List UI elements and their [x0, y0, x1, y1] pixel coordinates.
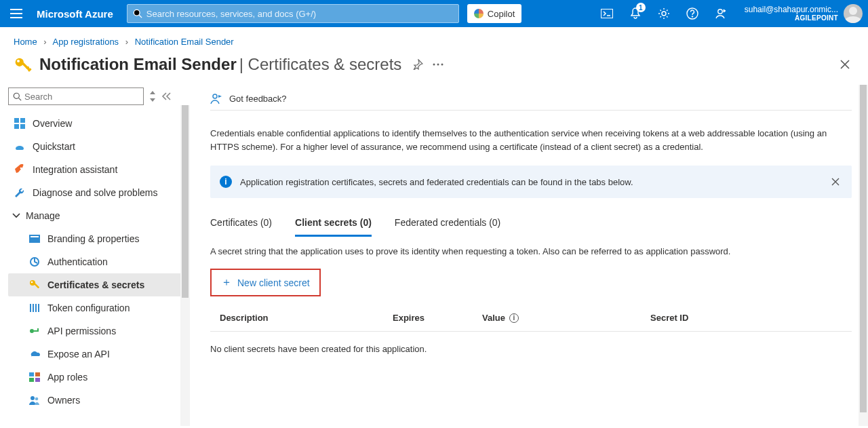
brand-label[interactable]: Microsoft Azure	[33, 8, 127, 20]
svg-rect-18	[20, 118, 25, 123]
api-permissions-icon	[28, 325, 41, 337]
feedback-link[interactable]: Got feedback?	[210, 87, 852, 111]
sidebar-item-api-permissions[interactable]: API permissions	[8, 319, 184, 343]
svg-rect-23	[31, 236, 39, 237]
copilot-label: Copilot	[488, 9, 515, 19]
sidebar-item-overview[interactable]: Overview	[8, 112, 184, 135]
breadcrumb-app-registrations[interactable]: App registrations	[53, 37, 119, 47]
sidebar-item-app-roles[interactable]: App roles	[8, 366, 184, 389]
svg-point-39	[35, 397, 39, 401]
sidebar-scrollbar-thumb[interactable]	[182, 105, 189, 298]
sidebar-item-authentication[interactable]: Authentication	[8, 250, 184, 273]
global-search[interactable]	[127, 4, 459, 23]
svg-point-40	[213, 94, 217, 98]
tab-client-secrets[interactable]: Client secrets (0)	[295, 213, 372, 237]
sort-icon[interactable]	[149, 91, 156, 102]
sidebar-section-label: Manage	[26, 210, 60, 221]
svg-rect-37	[35, 378, 40, 382]
main-scrollbar-thumb[interactable]	[860, 85, 867, 412]
sidebar-item-label: Overview	[33, 118, 72, 129]
breadcrumb-home[interactable]: Home	[14, 37, 37, 47]
collapse-sidebar-icon[interactable]	[161, 92, 171, 100]
new-client-secret-button[interactable]: ＋ New client secret	[210, 269, 321, 296]
info-banner: i Application registration certificates,…	[210, 166, 852, 198]
main-scrollbar[interactable]	[859, 85, 868, 426]
svg-point-13	[437, 64, 439, 66]
tab-federated[interactable]: Federated credentials (0)	[395, 213, 500, 237]
avatar-icon	[844, 4, 863, 23]
account-email: suhail@shahapur.onmic...	[745, 5, 838, 14]
svg-rect-27	[34, 283, 39, 288]
chevron-down-icon	[12, 213, 22, 218]
sidebar-item-quickstart[interactable]: Quickstart	[8, 135, 184, 158]
global-search-input[interactable]	[146, 9, 453, 19]
tab-description: A secret string that the application use…	[210, 246, 852, 256]
sidebar-search-input[interactable]	[24, 92, 139, 102]
top-bar: Microsoft Azure Copilot 1 suhail@shahapu…	[0, 0, 868, 27]
notification-badge: 1	[636, 3, 646, 12]
sidebar-item-integration[interactable]: Integration assistant	[8, 158, 184, 181]
top-icon-bar: 1 suhail@shahapur.onmic... AGILEPOINT	[593, 0, 868, 27]
svg-point-21	[20, 168, 22, 170]
sidebar-item-owners[interactable]: Owners	[8, 389, 184, 412]
sidebar-item-label: Expose an API	[47, 349, 110, 359]
svg-point-6	[718, 9, 722, 14]
svg-rect-30	[35, 304, 37, 312]
new-client-secret-label: New client secret	[237, 277, 310, 288]
cloud-shell-icon[interactable]	[593, 0, 621, 27]
sidebar-item-token[interactable]: Token configuration	[8, 296, 184, 319]
sidebar-item-certificates[interactable]: Certificates & secrets	[8, 273, 184, 296]
svg-rect-20	[20, 124, 25, 129]
sidebar-item-label: Diagnose and solve problems	[33, 187, 157, 198]
feedback-icon[interactable]	[707, 0, 735, 27]
value-info-icon[interactable]: i	[509, 313, 519, 323]
sidebar-item-expose-api[interactable]: Expose an API	[8, 343, 184, 366]
copilot-button[interactable]: Copilot	[467, 4, 521, 23]
secrets-table-header: Description Expires Value i Secret ID	[210, 302, 852, 332]
col-value: Value i	[482, 313, 650, 323]
account-menu[interactable]: suhail@shahapur.onmic... AGILEPOINT	[735, 4, 868, 23]
svg-point-32	[30, 329, 34, 333]
sidebar-item-label: Owners	[47, 395, 80, 406]
secrets-empty-text: No client secrets have been created for …	[210, 332, 852, 366]
copilot-icon	[474, 9, 484, 18]
sidebar-search[interactable]	[8, 87, 144, 105]
sidebar-scrollbar[interactable]	[180, 105, 190, 426]
sidebar-section-manage[interactable]: Manage	[8, 204, 184, 227]
more-icon[interactable]	[433, 63, 443, 66]
breadcrumb-current[interactable]: Notification Email Sender	[135, 37, 234, 47]
svg-rect-28	[30, 304, 31, 312]
svg-rect-22	[29, 235, 40, 243]
sidebar-item-label: Quickstart	[33, 141, 75, 152]
app-roles-icon	[28, 371, 41, 383]
sidebar-item-diagnose[interactable]: Diagnose and solve problems	[8, 181, 184, 204]
notifications-icon[interactable]: 1	[621, 0, 650, 27]
quickstart-icon	[14, 140, 26, 153]
token-icon	[28, 302, 41, 314]
sidebar-item-label: Integration assistant	[33, 164, 117, 175]
help-icon[interactable]	[678, 0, 707, 27]
rocket-icon	[14, 163, 26, 176]
page-title: Notification Email Sender	[39, 55, 237, 74]
svg-line-16	[19, 98, 22, 100]
plus-icon: ＋	[221, 275, 232, 290]
svg-rect-33	[37, 328, 39, 330]
menu-icon[interactable]	[0, 0, 33, 27]
tab-certificates[interactable]: Certificates (0)	[210, 213, 272, 237]
settings-icon[interactable]	[650, 0, 678, 27]
sidebar-item-label: App roles	[47, 372, 87, 383]
svg-rect-17	[14, 118, 19, 123]
col-expires: Expires	[393, 313, 482, 323]
svg-line-1	[139, 15, 142, 18]
pin-icon[interactable]	[412, 59, 423, 70]
sidebar-item-label: Token configuration	[47, 303, 130, 313]
dismiss-banner-icon[interactable]	[829, 175, 842, 189]
svg-rect-29	[33, 304, 34, 312]
svg-rect-36	[29, 378, 34, 382]
key-icon	[14, 56, 33, 75]
sidebar-item-branding[interactable]: Branding & properties	[8, 227, 184, 250]
expose-api-icon	[28, 348, 41, 360]
sidebar-item-label: Branding & properties	[47, 233, 139, 244]
svg-point-26	[31, 281, 33, 284]
close-blade-icon[interactable]	[835, 55, 854, 74]
